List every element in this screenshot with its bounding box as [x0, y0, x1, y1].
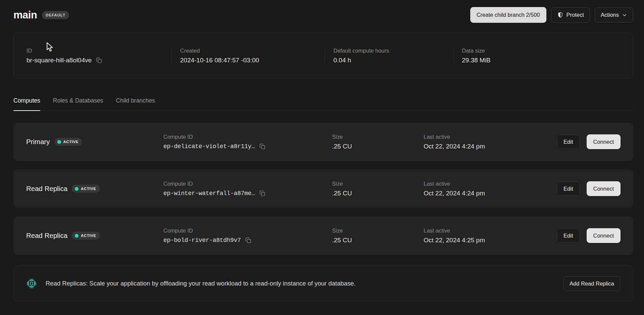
compute-row-read-replica-2: Read Replica ACTIVE Compute ID ep-bold-r… [13, 216, 633, 255]
created-value: 2024-10-16 08:47:57 -03:00 [180, 57, 259, 64]
last-active-value: Oct 22, 2024 4:25 pm [424, 237, 485, 244]
page-title: main [13, 9, 37, 21]
branch-title-group: main DEFAULT [13, 9, 69, 21]
compute-hours-cell: Default compute hours 0.04 h [325, 48, 453, 64]
compute-row-actions: Edit Connect [557, 228, 621, 243]
create-child-branch-button[interactable]: Create child branch 2/500 [470, 7, 546, 23]
compute-id-value: ep-delicate-violet-a8r11y… [163, 143, 255, 150]
compute-id-label: Compute ID [163, 134, 332, 140]
compute-id-label: Compute ID [163, 228, 332, 234]
data-size-value: 29.38 MiB [462, 57, 491, 64]
size-label: Size [332, 134, 424, 140]
compute-size-cell: Size .25 CU [332, 134, 424, 150]
connect-button[interactable]: Connect [587, 181, 621, 196]
size-label: Size [332, 228, 424, 234]
last-active-value: Oct 22, 2024 4:24 pm [424, 143, 485, 150]
compute-name: Read Replica [26, 232, 67, 240]
compute-id-value: ep-winter-waterfall-a87me… [163, 190, 255, 197]
size-value: .25 CU [332, 237, 352, 244]
last-active-value: Oct 22, 2024 4:24 pm [424, 190, 485, 197]
edit-button[interactable]: Edit [557, 182, 580, 196]
compute-row-read-replica-1: Read Replica ACTIVE Compute ID ep-winter… [13, 169, 633, 208]
tab-roles-databases[interactable]: Roles & Databases [53, 97, 103, 111]
branch-info-card: ID br-square-hill-a8ol04ve Created 2024-… [13, 33, 633, 78]
active-dot-icon [75, 234, 78, 238]
compute-name-cell: Read Replica ACTIVE [13, 232, 163, 240]
actions-button-label: Actions [601, 12, 619, 18]
created-label: Created [180, 48, 325, 54]
branch-id-cell: ID br-square-hill-a8ol04ve [14, 48, 171, 64]
size-label: Size [332, 181, 424, 187]
read-replica-description: Read Replicas: Scale your application by… [46, 280, 554, 287]
header-actions: Create child branch 2/500 Protect Action… [470, 7, 633, 23]
add-read-replica-button[interactable]: Add Read Replica [564, 276, 620, 291]
compute-row-primary: Primary ACTIVE Compute ID ep-delicate-vi… [13, 122, 633, 161]
compute-size-cell: Size .25 CU [332, 228, 424, 244]
compute-name-cell: Primary ACTIVE [13, 138, 163, 146]
last-active-label: Last active [424, 134, 557, 140]
branch-page: main DEFAULT Create child branch 2/500 P… [0, 0, 644, 302]
status-badge-label: ACTIVE [63, 140, 79, 144]
tab-bar: Computes Roles & Databases Child branche… [13, 97, 633, 111]
compute-name: Primary [26, 138, 50, 146]
data-size-label: Data size [462, 48, 633, 54]
status-badge: ACTIVE [72, 185, 100, 193]
status-badge: ACTIVE [54, 138, 83, 146]
size-value: .25 CU [332, 190, 352, 197]
compute-name: Read Replica [26, 185, 67, 193]
branch-created-cell: Created 2024-10-16 08:47:57 -03:00 [171, 48, 325, 64]
compute-last-active-cell: Last active Oct 22, 2024 4:25 pm [424, 228, 557, 244]
last-active-label: Last active [424, 228, 557, 234]
compute-id-label: Compute ID [163, 181, 332, 187]
compute-row-actions: Edit Connect [557, 134, 621, 149]
copy-icon[interactable] [245, 237, 252, 244]
connect-button[interactable]: Connect [587, 134, 621, 149]
size-value: .25 CU [332, 143, 352, 150]
read-replica-banner: Read Replicas: Scale your application by… [13, 265, 633, 302]
status-badge: ACTIVE [72, 232, 100, 240]
chevron-down-icon [622, 12, 627, 18]
compute-size-cell: Size .25 CU [332, 181, 424, 197]
compute-id-value: ep-bold-river-a8tdh9v7 [163, 237, 241, 244]
copy-icon[interactable] [259, 143, 266, 150]
actions-button[interactable]: Actions [595, 7, 633, 22]
edit-button[interactable]: Edit [557, 135, 580, 149]
protect-button-label: Protect [567, 12, 584, 18]
connect-button[interactable]: Connect [587, 228, 621, 243]
data-size-cell: Data size 29.38 MiB [453, 48, 633, 64]
branch-id-label: ID [26, 48, 171, 54]
status-badge-label: ACTIVE [81, 234, 96, 238]
protect-button[interactable]: Protect [551, 7, 590, 23]
active-dot-icon [75, 187, 78, 191]
edit-button[interactable]: Edit [557, 229, 580, 243]
page-header: main DEFAULT Create child branch 2/500 P… [13, 0, 633, 23]
copy-icon[interactable] [95, 57, 103, 64]
copy-icon[interactable] [259, 190, 266, 197]
branch-id-value: br-square-hill-a8ol04ve [26, 57, 92, 64]
compute-id-cell: Compute ID ep-winter-waterfall-a87me… [163, 181, 332, 197]
status-badge-label: ACTIVE [81, 187, 96, 191]
tab-computes[interactable]: Computes [13, 97, 40, 111]
active-dot-icon [57, 140, 61, 144]
compute-name-cell: Read Replica ACTIVE [13, 185, 163, 193]
last-active-label: Last active [424, 181, 557, 187]
compute-last-active-cell: Last active Oct 22, 2024 4:24 pm [424, 181, 557, 197]
compute-id-cell: Compute ID ep-bold-river-a8tdh9v7 [163, 228, 332, 244]
tab-child-branches[interactable]: Child branches [116, 97, 155, 111]
compute-id-cell: Compute ID ep-delicate-violet-a8r11y… [163, 134, 332, 150]
compute-hours-label: Default compute hours [333, 48, 453, 54]
compute-last-active-cell: Last active Oct 22, 2024 4:24 pm [424, 134, 557, 150]
shield-icon [557, 12, 564, 18]
compute-row-actions: Edit Connect [557, 181, 621, 196]
compute-hours-value: 0.04 h [333, 57, 351, 64]
cpu-chip-icon [26, 278, 37, 289]
default-badge: DEFAULT [42, 11, 69, 19]
